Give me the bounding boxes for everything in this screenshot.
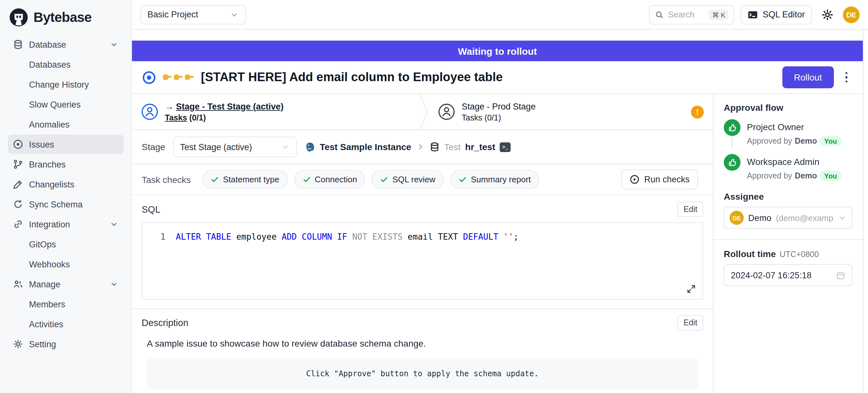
changelist-icon [13, 179, 23, 189]
chevron-right-icon [416, 142, 425, 151]
sidebar-item-anomalies[interactable]: Anomalies [8, 115, 124, 134]
sidebar-item-webhooks[interactable]: Webhooks [8, 254, 124, 274]
check-success-icon [459, 175, 467, 184]
sidebar-item-setting[interactable]: Setting [8, 334, 124, 354]
page-title: [START HERE] Add email column to Employe… [201, 70, 503, 84]
stage-tab-test-label: Stage - Test Stage (active) [176, 101, 284, 111]
search-shortcut-badge: ⌘ K [709, 9, 728, 20]
project-selector[interactable]: Basic Project [141, 5, 246, 24]
gear-icon [13, 339, 23, 349]
assignee-heading: Assignee [724, 191, 852, 202]
database-name[interactable]: hr_test [465, 142, 495, 152]
chevron-down-icon [110, 40, 119, 49]
check-success-icon [302, 175, 311, 184]
stage-label: Stage [142, 142, 165, 152]
chevron-down-icon [110, 220, 119, 229]
check-connection[interactable]: Connection [294, 170, 365, 189]
sidebar-item-gitops[interactable]: GitOps [8, 235, 124, 254]
rollout-time-input[interactable]: 2024-02-07 16:25:18 [724, 264, 852, 286]
approval-role: Project Owner [747, 122, 842, 132]
sql-code-line: 1 ALTER TABLE employee ADD COLUMN IF NOT… [142, 223, 703, 243]
bytebase-logo-icon [9, 8, 28, 27]
assignee-email: (demo@example [776, 213, 833, 222]
git-branch-icon [13, 159, 23, 170]
approver-name: Demo [795, 137, 817, 146]
sidebar-item-change-history[interactable]: Change History [8, 75, 124, 94]
settings-gear-icon[interactable] [821, 8, 834, 21]
sidebar-item-activities[interactable]: Activities [8, 314, 124, 334]
you-badge: You [820, 171, 842, 181]
expand-fullscreen-icon[interactable] [686, 284, 696, 294]
sidebar-item-databases[interactable]: Databases [8, 55, 124, 74]
rollout-time-label: Rollout time [724, 249, 776, 259]
sidebar-item-database[interactable]: Database [8, 35, 124, 54]
sidebar-item-sync-schema[interactable]: Sync Schema [8, 194, 124, 214]
run-checks-button[interactable]: Run checks [622, 170, 698, 189]
circle-dot-icon [13, 139, 23, 149]
issue-detail-column: → Stage - Test Stage (active) Tasks (0/1… [132, 94, 713, 393]
sidebar-item-integration[interactable]: Integration [8, 215, 124, 234]
sync-icon [13, 199, 23, 209]
line-number: 1 [142, 231, 176, 243]
sidebar: Bytebase Database Databases Change Histo… [0, 0, 132, 393]
open-in-sql-editor-icon[interactable]: >_ [500, 142, 510, 152]
sidebar-item-branches[interactable]: Branches [8, 155, 124, 174]
check-summary-report[interactable]: Summary report [450, 170, 539, 189]
terminal-icon [748, 9, 758, 20]
check-sql-review[interactable]: SQL review [372, 170, 444, 189]
database-icon [429, 142, 439, 152]
stage-tab-prod[interactable]: Stage - Prod Stage Tasks (0/1) ! [429, 94, 713, 129]
environment-label: Test [444, 142, 460, 152]
sidebar-item-slow-queries[interactable]: Slow Queries [8, 95, 124, 114]
task-checks-label: Task checks [142, 174, 191, 185]
link-icon [13, 219, 23, 229]
approver-name: Demo [795, 171, 817, 180]
assignee-name: Demo [748, 213, 771, 222]
chevron-down-icon [110, 280, 119, 289]
check-statement-type[interactable]: Statement type [203, 170, 288, 189]
sidebar-item-members[interactable]: Members [8, 295, 124, 314]
check-success-icon [380, 175, 389, 184]
assignee-select[interactable]: DE Demo (demo@example [724, 207, 852, 229]
description-section: Description Edit A sample issue to showc… [132, 309, 713, 393]
stage-selector-row: Stage Test Stage (active) Test Sample In… [132, 130, 713, 164]
search-input[interactable]: Search ⌘ K [649, 5, 734, 24]
description-edit-button[interactable]: Edit [678, 315, 703, 331]
more-options-icon[interactable] [840, 69, 852, 85]
issue-sidebar: Approval flow Project Owner Approved by … [713, 94, 863, 393]
sidebar-item-changelists[interactable]: Changelists [8, 175, 124, 194]
approved-thumbs-up-icon [724, 154, 741, 171]
rollout-button[interactable]: Rollout [782, 66, 834, 88]
approval-connector [732, 137, 733, 148]
approver-circle-icon [438, 103, 455, 120]
pointing-right-emoji [162, 72, 194, 83]
sidebar-nav: Database Databases Change History Slow Q… [8, 35, 124, 354]
stage-tab-test[interactable]: → Stage - Test Stage (active) Tasks (0/1… [132, 94, 419, 129]
play-circle-icon [630, 175, 640, 184]
sql-section: SQL Edit 1 ALTER TABLE employee ADD COLU… [132, 195, 713, 300]
approval-step: Project Owner Approved by Demo You [724, 119, 852, 148]
postgresql-icon [304, 142, 315, 152]
rollout-timezone: UTC+0800 [780, 250, 819, 259]
description-note: Click "Approve" button to apply the sche… [147, 358, 698, 389]
sql-editor[interactable]: 1 ALTER TABLE employee ADD COLUMN IF NOT… [142, 222, 703, 300]
calendar-icon [836, 270, 845, 280]
chevron-down-icon [230, 10, 239, 19]
database-icon [13, 39, 23, 50]
tab-separator [419, 94, 429, 129]
current-stage-arrow: → [165, 101, 174, 111]
sidebar-item-issues[interactable]: Issues [8, 134, 124, 154]
approval-step: Workspace Admin Approved by Demo You [724, 154, 852, 181]
search-placeholder: Search [668, 10, 694, 19]
user-avatar[interactable]: DE [843, 6, 860, 23]
stage-select[interactable]: Test Stage (active) [173, 137, 297, 157]
logo[interactable]: Bytebase [8, 6, 124, 35]
bytebase-app: Bytebase Database Databases Change Histo… [0, 0, 868, 393]
approval-flow-heading: Approval flow [724, 102, 852, 113]
sidebar-item-manage[interactable]: Manage [8, 274, 124, 294]
chevron-down-icon [838, 213, 847, 222]
sql-edit-button[interactable]: Edit [678, 202, 703, 217]
instance-name[interactable]: Test Sample Instance [320, 142, 411, 152]
warning-badge: ! [691, 105, 704, 118]
sql-editor-button[interactable]: SQL Editor [741, 5, 812, 24]
